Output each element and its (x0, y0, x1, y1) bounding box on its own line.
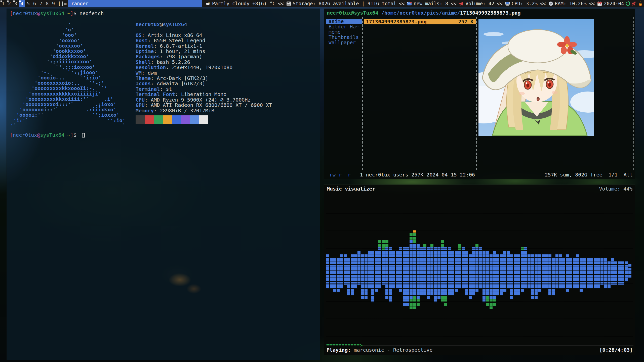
bar-cells (493, 268, 496, 299)
neofetch-field: WM: dwm (136, 70, 272, 76)
bar-cells (392, 268, 395, 289)
peak-cells (378, 240, 381, 247)
spectrum-column (573, 196, 576, 339)
tag-5[interactable]: 5 (25, 0, 31, 7)
bar-cells (625, 261, 628, 268)
ranger-current-file: 1713049992385873.png (460, 10, 521, 16)
storage-icon (286, 1, 291, 6)
spectrum-column (580, 196, 583, 339)
bar-cells (347, 258, 350, 268)
dir-item-thumbnails[interactable]: Thumbnails (326, 35, 362, 40)
bar-cells (628, 268, 631, 278)
spectrum-column (531, 196, 534, 339)
bar-cells (538, 268, 541, 292)
spectrum-column (410, 196, 413, 339)
tag-8[interactable]: 8 (44, 0, 50, 7)
bar-cells (587, 258, 590, 268)
tag-4[interactable]: 4 (19, 0, 25, 7)
bar-cells (521, 268, 524, 292)
visualizer-window[interactable]: Music visualizer Volume: 44% ===========… (324, 185, 635, 355)
terminal-color-palette (136, 115, 208, 124)
tag-6[interactable]: 6 (31, 0, 38, 7)
spectrum-column (590, 196, 593, 339)
file-size: 257 K (458, 19, 473, 24)
bar-cells (434, 268, 437, 303)
bar-cells (555, 254, 558, 268)
status-segment: Partly cloudy +8(6) °C (206, 1, 275, 6)
terminal-window[interactable]: [necr0tux@sysTux64 ~]$ neofetch ' 'o' 'o… (7, 9, 320, 360)
bar-cells (514, 254, 517, 268)
bar-cells (340, 268, 343, 289)
ranger-host: necr0tux@sysTux64 (327, 10, 378, 16)
tag-9[interactable]: 9 (50, 0, 57, 7)
neofetch-field: Uptime: 1 hour, 21 mins (136, 49, 272, 54)
bar-cells (326, 254, 329, 268)
spectrum-column (510, 196, 513, 339)
file-item[interactable]: 1713049992385873.png257 K (364, 19, 476, 24)
status-segment-text: RAM: 10.26% (555, 1, 587, 6)
bar-cells (590, 258, 593, 268)
spectrum-column (406, 196, 409, 339)
spectrum-column (423, 196, 426, 339)
bar-cells (385, 268, 388, 299)
spectrum-column (427, 196, 430, 339)
bar-cells (614, 268, 617, 285)
spectrum-column (628, 196, 631, 339)
spectrum-column (465, 196, 468, 339)
spectrum-column (434, 196, 437, 339)
bar-cells (625, 268, 628, 282)
file-info: -rw-r--r-- 1 necr0tux users 257K 2024-04… (327, 172, 475, 177)
dir-item-bilder-ha-[interactable]: Bilder-Ha~ (326, 24, 362, 29)
bar-cells (455, 251, 458, 268)
bar-cells (333, 258, 336, 268)
bar-cells (548, 268, 551, 296)
spectrum-column (337, 196, 340, 339)
dir-item-wallpaper[interactable]: Wallpaper (326, 40, 362, 45)
bar-cells (587, 268, 590, 289)
neofetch-field: CPU: AMD Ryzen 9 5900X (24) @ 3.700GHz (136, 97, 272, 103)
ranger-window[interactable]: necr0tux@sysTux64 /home/necr0tux/pics/an… (324, 9, 635, 179)
anime-image-preview[interactable] (478, 19, 594, 136)
fire-icon[interactable] (638, 1, 643, 6)
prompt-at: @ (37, 132, 40, 138)
bar-cells (396, 251, 399, 268)
bar-cells (455, 268, 458, 292)
refresh-icon[interactable] (625, 1, 631, 6)
dir-item-meme[interactable]: meme (326, 29, 362, 35)
bar-cells (382, 251, 385, 268)
workspace-tags: 123456789 (0, 0, 57, 7)
terminal-input-line[interactable]: [necr0tux@sysTux64 ~]$ (10, 132, 85, 138)
dir-item-anime[interactable]: anime (326, 19, 362, 24)
weather-icon (206, 1, 210, 6)
neofetch-field: Packages: 798 (pacman) (136, 54, 272, 59)
mute-icon[interactable] (631, 1, 637, 6)
tag-1[interactable]: 1 (0, 0, 6, 7)
bar-cells (413, 244, 416, 268)
bar-cells (441, 247, 444, 268)
spectrum-column (566, 196, 569, 339)
bar-cells (566, 254, 569, 268)
spectrum-column (618, 196, 621, 339)
spectrum-column (469, 196, 472, 339)
bar-cells (535, 268, 538, 299)
bar-cells (368, 268, 371, 289)
bar-cells (437, 247, 440, 268)
spectrum-column (392, 196, 395, 339)
ranger-border-top (326, 17, 634, 17)
spectrum-column (472, 196, 475, 339)
bar-cells (517, 254, 520, 268)
palette-swatch (181, 115, 190, 124)
prompt-bracket-open: [ (10, 132, 13, 138)
tag-7[interactable]: 7 (38, 0, 44, 7)
bar-cells (503, 268, 506, 292)
bar-cells (618, 261, 621, 268)
svg-text:17: 17 (598, 3, 601, 6)
prompt-at: @ (37, 10, 40, 16)
bar-cells (361, 254, 364, 268)
bar-cells (614, 261, 617, 268)
tag-3[interactable]: 3 (13, 0, 19, 7)
layout-symbol[interactable]: []= (57, 0, 68, 7)
spectrum-column (500, 196, 503, 339)
now-playing-line: Playing: marcusonic - Retrospective [0:2… (327, 347, 633, 353)
tag-2[interactable]: 2 (6, 0, 13, 7)
